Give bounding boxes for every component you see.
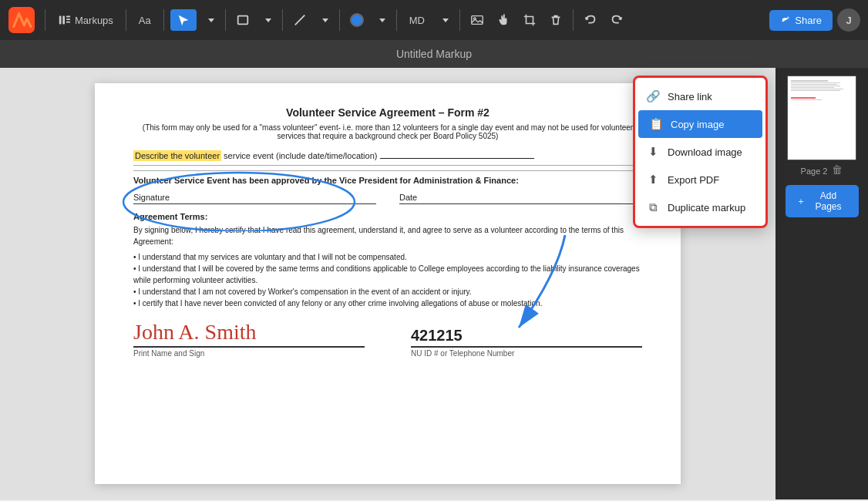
line-2 xyxy=(133,170,642,171)
download-image-item[interactable]: ⬇ Download image xyxy=(635,138,765,166)
field-line-1 xyxy=(380,158,534,159)
term4: • I certify that I have never been convi… xyxy=(133,298,642,309)
divider-3 xyxy=(163,9,164,31)
hand-tool-button[interactable] xyxy=(493,9,514,31)
agreement-terms: Agreement Terms: By signing below, I her… xyxy=(133,212,642,309)
divider-2 xyxy=(126,9,126,31)
page-thumb-container: Page 2 🗑 xyxy=(787,76,856,176)
font-label: Aa xyxy=(139,15,151,26)
md-button[interactable]: MD xyxy=(403,11,431,30)
add-pages-button[interactable]: ＋ Add Pages xyxy=(786,185,859,217)
divider-7 xyxy=(396,9,397,31)
markups-button[interactable]: Markups xyxy=(52,9,119,31)
chevron-down-icon xyxy=(208,18,214,22)
terms-intro: By signing below, I hereby certify that … xyxy=(133,224,642,247)
page-title-bar: Untitled Markup xyxy=(0,40,868,68)
md-label: MD xyxy=(409,15,425,26)
arrow-tool-button[interactable] xyxy=(170,9,197,31)
arrow-tool-dropdown[interactable] xyxy=(201,15,219,26)
chevron-down-icon-5 xyxy=(442,18,449,22)
toolbar-right: Share J xyxy=(769,8,860,32)
chevron-down-icon-2 xyxy=(265,18,271,22)
signature-col: Signature xyxy=(133,193,376,204)
bottom-sig-area: John A. Smith Print Name and Sign 421215… xyxy=(133,320,642,358)
term2: • I understand that I will be covered by… xyxy=(133,263,642,286)
svg-rect-1 xyxy=(59,16,62,25)
page-label: Page 2 xyxy=(801,166,828,176)
chevron-down-icon-4 xyxy=(379,18,385,22)
print-label: Print Name and Sign xyxy=(133,349,365,358)
page-thumbnail[interactable] xyxy=(787,76,856,160)
rect-dropdown[interactable] xyxy=(258,15,276,26)
signature-label: Signature xyxy=(133,193,170,202)
date-col: Date xyxy=(399,193,642,204)
svg-rect-6 xyxy=(237,16,247,25)
divider-5 xyxy=(282,9,283,31)
download-image-icon: ⬇ xyxy=(646,145,660,159)
share-dropdown: 🔗 Share link 📋 Copy image ⬇ Download ima… xyxy=(633,76,768,228)
sig-block: John A. Smith Print Name and Sign xyxy=(133,320,365,358)
id-block: 421215 NU ID # or Telephone Number xyxy=(411,327,642,358)
md-dropdown[interactable] xyxy=(436,15,453,26)
svg-rect-3 xyxy=(66,16,70,18)
share-link-item[interactable]: 🔗 Share link xyxy=(635,82,765,110)
duplicate-markup-label: Duplicate markup xyxy=(668,202,745,214)
add-pages-label: Add Pages xyxy=(809,190,848,212)
copy-image-label: Copy image xyxy=(671,119,724,130)
divider-1 xyxy=(45,9,45,31)
line-1 xyxy=(133,165,642,166)
delete-tool-button[interactable] xyxy=(545,9,567,31)
doc-title: Volunteer Service Agreement – Form #2 xyxy=(133,106,642,119)
copy-image-icon: 📋 xyxy=(649,117,663,131)
terms-title: Agreement Terms: xyxy=(133,212,642,221)
svg-rect-7 xyxy=(472,16,483,25)
app-logo xyxy=(8,6,35,34)
page-title: Untitled Markup xyxy=(396,48,472,60)
divider-8 xyxy=(459,9,460,31)
export-pdf-item[interactable]: ⬆ Export PDF xyxy=(635,166,765,193)
term1: • I understand that my services are volu… xyxy=(133,251,642,263)
date-label: Date xyxy=(399,193,417,202)
highlight-text: Describe the volunteer xyxy=(133,150,221,161)
rect-tool-button[interactable] xyxy=(232,9,254,31)
share-label: Share xyxy=(795,15,822,26)
sig-date-row: Signature Date xyxy=(133,193,642,204)
crop-tool-button[interactable] xyxy=(519,9,540,31)
undo-button[interactable] xyxy=(580,9,601,31)
divider-9 xyxy=(573,9,574,31)
color-dropdown[interactable] xyxy=(372,15,390,26)
term3: • I understand that I am not covered by … xyxy=(133,286,642,298)
field-rest-text: service event (include date/time/locatio… xyxy=(221,151,377,160)
sig-id-value: 421215 xyxy=(411,327,463,344)
sig-id-line: 421215 xyxy=(411,327,642,348)
markups-label: Markups xyxy=(75,15,113,26)
share-button[interactable]: Share xyxy=(769,10,833,31)
font-button[interactable]: Aa xyxy=(133,11,157,30)
pen-tool-button[interactable] xyxy=(289,9,311,31)
share-link-label: Share link xyxy=(668,91,712,103)
image-tool-button[interactable] xyxy=(466,9,488,31)
redo-button[interactable] xyxy=(606,9,627,31)
color-picker-button[interactable] xyxy=(346,9,368,31)
chevron-down-icon-3 xyxy=(322,18,328,22)
svg-rect-5 xyxy=(66,22,70,23)
svg-rect-2 xyxy=(62,16,65,25)
plus-icon: ＋ xyxy=(796,195,806,208)
svg-rect-4 xyxy=(66,18,70,20)
id-label: NU ID # or Telephone Number xyxy=(411,349,642,358)
describe-field-row: Describe the volunteer service event (in… xyxy=(133,151,642,160)
copy-image-item[interactable]: 📋 Copy image xyxy=(638,110,762,138)
export-pdf-label: Export PDF xyxy=(668,174,719,186)
doc-subtitle: (This form may only be used for a "mass … xyxy=(133,123,642,140)
pen-dropdown[interactable] xyxy=(315,15,333,26)
download-image-label: Download image xyxy=(668,146,742,158)
approved-text: Volunteer Service Event has been approve… xyxy=(133,176,519,185)
avatar: J xyxy=(837,8,860,32)
divider-4 xyxy=(225,9,226,31)
sig-name-line: John A. Smith xyxy=(133,320,365,348)
duplicate-markup-icon: ⧉ xyxy=(646,200,660,214)
page-delete-button[interactable]: 🗑 xyxy=(832,163,843,176)
duplicate-markup-item[interactable]: ⧉ Duplicate markup xyxy=(635,193,765,221)
main-layout: Volunteer Service Agreement – Form #2 (T… xyxy=(0,68,868,499)
sig-cursive-name: John A. Smith xyxy=(133,320,256,344)
